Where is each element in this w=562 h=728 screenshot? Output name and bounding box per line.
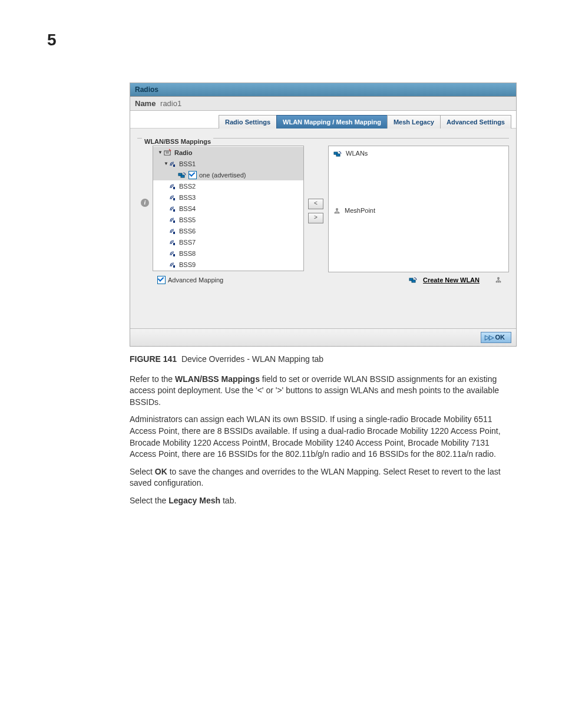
tree-item-label: BSS8 [179, 250, 196, 257]
antenna-icon [170, 261, 177, 268]
tab-advanced-settings[interactable]: Advanced Settings [440, 115, 511, 129]
expand-icon[interactable]: ▼ [164, 161, 170, 166]
antenna-icon [170, 249, 177, 257]
figure-caption: FIGURE 141 Device Overrides - WLAN Mappi… [130, 354, 515, 365]
figure-caption-text: Device Overrides - WLAN Mapping tab [181, 354, 323, 364]
paragraph-1: Refer to the WLAN/BSS Mappings field to … [130, 374, 515, 409]
text-bold: Legacy Mesh [168, 496, 220, 505]
tree-bss7[interactable]: BSS7 [153, 236, 303, 248]
tree-root[interactable]: ▼ Radio [153, 147, 303, 158]
paragraph-3: Select OK to save the changes and overri… [130, 466, 515, 489]
paragraph-2: Administrators can assign each WLAN its … [130, 414, 515, 460]
move-left-button[interactable]: < [308, 199, 323, 209]
tree-bss1-label: BSS1 [179, 160, 196, 167]
tree-bss1-child-label: one (advertised) [199, 172, 246, 179]
tree-root-label: Radio [174, 149, 193, 156]
paragraph-4: Select the Legacy Mesh tab. [130, 495, 515, 507]
tree-item-label: BSS5 [179, 216, 196, 223]
document-text: FIGURE 141 Device Overrides - WLAN Mappi… [130, 354, 515, 507]
name-value: radio1 [160, 99, 181, 108]
tree-bss4[interactable]: BSS4 [153, 203, 303, 214]
create-new-wlan-link[interactable]: Create New WLAN [423, 276, 480, 284]
name-label: Name [135, 99, 156, 108]
tree-item-label: BSS6 [179, 228, 196, 235]
wlan-icon [409, 276, 417, 284]
ok-label: OK [495, 334, 505, 341]
advanced-mapping-checkbox[interactable]: Advanced Mapping [157, 276, 223, 284]
tree-bss2[interactable]: BSS2 [153, 180, 303, 192]
tree-bss8[interactable]: BSS8 [153, 248, 303, 259]
tree-bss6[interactable]: BSS6 [153, 225, 303, 236]
expand-icon[interactable]: ▼ [158, 150, 164, 155]
name-row: Name radio1 [130, 97, 516, 111]
tab-mesh-legacy[interactable]: Mesh Legacy [387, 115, 441, 129]
text: to save the changes and overrides to the… [130, 467, 501, 488]
radios-panel: Radios Name radio1 Radio SettingsWLAN Ma… [130, 83, 517, 347]
mesh-icon [495, 276, 502, 284]
advanced-mapping-label: Advanced Mapping [168, 276, 223, 284]
checkbox-icon[interactable] [189, 171, 197, 179]
antenna-icon [170, 238, 177, 246]
tab-wlan-mapping[interactable]: WLAN Mapping / Mesh Mapping [276, 115, 388, 129]
tree-bss9[interactable]: BSS9 [153, 259, 303, 270]
play-icon: ▷▷ [485, 334, 493, 341]
text: Select [130, 467, 155, 476]
ok-button[interactable]: ▷▷OK [481, 332, 512, 343]
fieldset-label: WLAN/BSS Mappings [142, 138, 213, 145]
antenna-icon [170, 205, 177, 212]
antenna-icon [170, 216, 177, 223]
tree-item-label: BSS9 [179, 261, 196, 268]
text: Refer to the [130, 374, 175, 384]
wlans-item[interactable]: WLANs [333, 149, 504, 159]
mesh-icon [333, 207, 340, 215]
panel-body: WLAN/BSS Mappings i ▼ Radio ▼ [130, 129, 516, 292]
wlan-list[interactable]: WLANs MeshPoint [328, 146, 509, 272]
tree-item-label: BSS7 [179, 239, 196, 246]
move-right-button[interactable]: > [308, 213, 323, 223]
meshpoint-label: MeshPoint [345, 207, 375, 214]
antenna-icon [170, 193, 177, 201]
wlans-label: WLANs [346, 150, 368, 157]
figure-number: FIGURE 141 [130, 354, 177, 364]
tree-item-label: BSS2 [179, 183, 196, 190]
tree-bss3[interactable]: BSS3 [153, 192, 303, 203]
tabs-row: Radio SettingsWLAN Mapping / Mesh Mappin… [130, 111, 516, 129]
tree-item-label: BSS3 [179, 194, 196, 201]
tree-item-label: BSS4 [179, 205, 196, 212]
text: tab. [220, 496, 236, 505]
info-icon[interactable]: i [141, 199, 149, 207]
wlan-icon [333, 150, 342, 157]
tree-bss1-child[interactable]: one (advertised) [153, 169, 303, 180]
footer-bar: ▷▷OK [130, 328, 516, 346]
text: Select the [130, 496, 168, 505]
text-bold: WLAN/BSS Mappings [175, 374, 260, 384]
tab-radio-settings[interactable]: Radio Settings [219, 115, 277, 129]
radio-icon [164, 149, 172, 156]
page-number: 5 [47, 31, 57, 50]
checkbox-icon[interactable] [157, 276, 166, 284]
wlan-icon [178, 172, 186, 179]
panel-title: Radios [130, 83, 516, 97]
antenna-icon [170, 160, 177, 167]
tree-bss5[interactable]: BSS5 [153, 214, 303, 225]
meshpoint-item[interactable]: MeshPoint [333, 206, 504, 216]
antenna-icon [170, 227, 177, 235]
text-bold: OK [155, 467, 167, 476]
bss-tree[interactable]: ▼ Radio ▼ BSS1 one (advertised) [153, 146, 304, 271]
tree-bss1[interactable]: ▼ BSS1 [153, 158, 303, 169]
antenna-icon [170, 182, 177, 190]
